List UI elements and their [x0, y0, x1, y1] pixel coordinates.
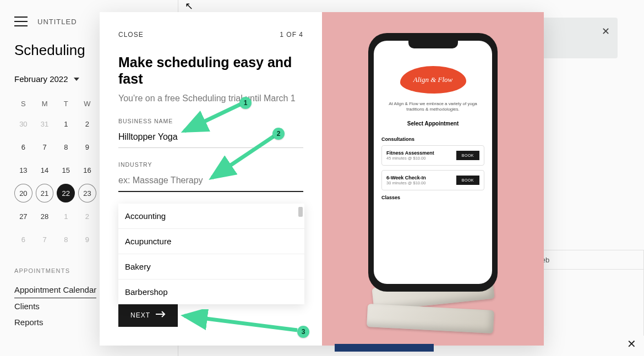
modal-preview: Align & Flow At Align & Flow we embrace … — [322, 12, 544, 346]
close-icon[interactable]: ✕ — [627, 337, 636, 350]
phone-tagline: At Align & Flow we embrace a variety of … — [381, 101, 484, 113]
bottom-bar-fragment — [335, 344, 434, 352]
modal-heading: Make scheduling easy and fast — [118, 54, 303, 87]
annotation-badge: 3 — [297, 326, 309, 338]
dropdown-option[interactable]: Barbershop — [118, 280, 304, 304]
phone-section-classes: Classes — [381, 195, 484, 200]
arrow-right-icon — [156, 311, 166, 319]
annotation-badge: 2 — [272, 128, 285, 140]
annotation-badge: 1 — [239, 97, 252, 109]
industry-label: INDUSTRY — [118, 161, 303, 168]
phone-card: Fitness Assessment45 minutes @ $10.00 BO… — [381, 145, 484, 166]
onboarding-modal: CLOSE 1 OF 4 Make scheduling easy and fa… — [100, 12, 544, 346]
phone-card: 6-Week Check-In30 minutes @ $10.00 BOOK — [381, 170, 484, 190]
phone-section-consultations: Consultations — [381, 136, 484, 142]
dropdown-option[interactable]: Accounting — [118, 204, 304, 229]
phone-select-label: Select Appointment — [381, 121, 484, 127]
business-name-label: BUSINESS NAME — [118, 118, 303, 124]
brand-logo: Align & Flow — [400, 66, 466, 94]
industry-dropdown: AccountingAcupunctureBakeryBarbershop — [118, 204, 304, 304]
industry-input[interactable] — [118, 172, 303, 192]
next-button[interactable]: NEXT — [118, 303, 178, 327]
book-button: BOOK — [456, 151, 479, 160]
modal-subheading: You're on a free Scheduling trial until … — [118, 92, 303, 105]
dropdown-option[interactable]: Bakery — [118, 254, 304, 280]
close-button[interactable]: CLOSE — [118, 31, 144, 39]
scrollbar-thumb[interactable] — [298, 207, 303, 217]
book-button: BOOK — [456, 176, 479, 185]
dropdown-option[interactable]: Acupuncture — [118, 229, 304, 254]
step-indicator: 1 OF 4 — [280, 31, 303, 39]
phone-mockup: Align & Flow At Align & Flow we embrace … — [368, 33, 498, 292]
